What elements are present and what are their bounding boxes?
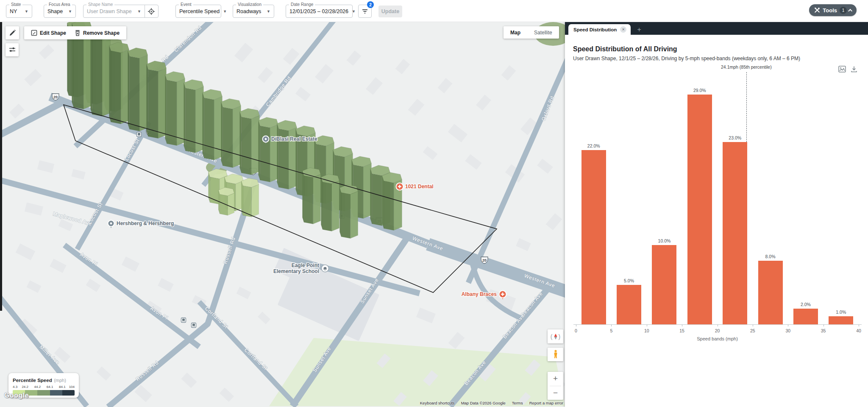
remove-shape-label: Remove Shape [83, 30, 120, 36]
poi-label: DiBlasi Real Estate [271, 136, 317, 142]
svg-text:20: 20 [482, 258, 487, 262]
percentile-line [746, 72, 747, 142]
bar-value-label: 5.0% [624, 278, 634, 283]
x-tick [647, 325, 647, 326]
x-tick-label: 40 [856, 328, 861, 333]
shape-toolbar: Edit Shape Remove Shape [24, 26, 126, 39]
speed-prism [221, 99, 241, 168]
legend-tick: 64.1 [47, 385, 53, 389]
compass-paren-right: ) [559, 333, 561, 340]
speed-prism [277, 120, 297, 190]
bar-value-label: 8.0% [765, 254, 776, 259]
x-tick-label: 5 [610, 328, 612, 333]
x-tick [611, 325, 612, 326]
chevron-down-icon: ▼ [65, 9, 72, 14]
field-shape-name[interactable]: Shape NameUser Drawn Shape▼ [83, 5, 159, 18]
attribution-item: Map Data ©2026 Google [461, 401, 506, 405]
bar-20–25 [723, 142, 747, 324]
chevron-up-icon [848, 8, 852, 13]
bar-value-label: 22.0% [587, 143, 600, 148]
edit-square-icon [31, 30, 37, 36]
chevron-down-icon: ▼ [134, 9, 141, 14]
attribution-item[interactable]: Keyboard shortcuts [420, 401, 455, 405]
draw-shape-button[interactable] [6, 26, 19, 39]
pegman-control[interactable] [548, 348, 563, 361]
poi-label: Eagle Point [292, 262, 319, 268]
compass-paren-left: ( [551, 333, 553, 340]
field-state[interactable]: StateNY▼ [6, 5, 32, 18]
field-event[interactable]: EventPercentile Speed▼ [175, 5, 221, 18]
legend-tick: 104 [69, 385, 75, 389]
zoom-out-button[interactable]: − [548, 386, 563, 400]
export-image-button[interactable] [838, 65, 846, 73]
map-container[interactable]: Clarendon RdClarendon RdCambridge RdOxfo… [0, 22, 565, 407]
poi-label: Elementary School [273, 268, 319, 274]
remove-shape-button[interactable]: Remove Shape [70, 30, 124, 36]
bar-10–15 [652, 245, 676, 324]
map-canvas[interactable]: Clarendon RdClarendon RdCambridge RdOxfo… [0, 22, 565, 407]
legend-swatch [37, 390, 50, 396]
legend-swatch [50, 390, 62, 396]
street-label: Clarendon Rd [173, 25, 203, 53]
legend-swatch [62, 390, 75, 396]
speed-prism [259, 117, 278, 182]
google-logo[interactable]: Google [4, 392, 29, 399]
legend-unit: (mph) [54, 378, 66, 383]
poi-label: 1021 Dental [405, 184, 434, 190]
legend-title: Percentile Speed [13, 378, 52, 383]
speed-distribution-chart: 24.1mph (85th percentile) Speed bands (m… [565, 22, 868, 407]
x-tick [576, 325, 576, 326]
tools-icon [814, 7, 820, 13]
field-label: Date Range [289, 2, 315, 7]
pencil-icon [9, 29, 16, 36]
image-icon [838, 66, 846, 72]
x-tick-label: 15 [679, 328, 684, 333]
tune-icon [9, 47, 16, 53]
locate-shape-button[interactable] [145, 8, 155, 15]
filter-count-badge: 2 [367, 1, 374, 8]
field-focus-area[interactable]: Focus AreaShape▼ [44, 5, 76, 18]
attribution-item[interactable]: Report a map error [529, 401, 563, 405]
field-visualization[interactable]: VisualizationRoadways▼ [233, 5, 274, 18]
x-tick [859, 325, 859, 326]
field-label: Shape Name [86, 2, 114, 7]
legend-tick: 84.1 [59, 385, 66, 389]
zoom-in-button[interactable]: + [548, 372, 563, 386]
bar-0–5 [581, 150, 606, 324]
filter-icon [362, 8, 368, 14]
street-label: Cambridge Rd [265, 75, 292, 108]
x-tick-label: 30 [785, 328, 790, 333]
attribution-item[interactable]: Terms [512, 401, 523, 405]
compass-needle-icon [554, 333, 558, 340]
x-tick [718, 325, 718, 326]
edit-shape-button[interactable]: Edit Shape [27, 30, 70, 36]
rotate-compass-control[interactable]: ( ) [548, 329, 563, 343]
x-tick [823, 325, 824, 326]
street-label: Russell Rd [135, 360, 160, 382]
bus-stop-icon [181, 318, 186, 323]
field-label: State [9, 2, 22, 7]
chevron-down-icon: ▼ [263, 9, 270, 14]
speed-prism [109, 42, 129, 124]
x-tick-label: 20 [715, 328, 720, 333]
analysis-panel: Speed Distribution Speed Distribution of… [565, 22, 868, 407]
tools-button[interactable]: Tools 1 [809, 4, 857, 16]
map-type-map[interactable]: Map [504, 26, 527, 39]
download-button[interactable] [850, 65, 858, 73]
percentile-label: 24.1mph (85th percentile) [721, 64, 772, 70]
map-type-satellite[interactable]: Satellite [527, 26, 559, 39]
map-type-control: Map Satellite [504, 26, 559, 39]
speed-prism [91, 29, 111, 117]
speed-prism [147, 61, 167, 139]
speed-prism [382, 173, 402, 231]
x-tick-label: 10 [644, 328, 649, 333]
bar-5–10 [617, 285, 641, 325]
chevron-down-icon: ▼ [348, 9, 356, 14]
bar-35–40 [829, 316, 853, 324]
field-date-range[interactable]: Date Range12/01/2025 – 02/28/2026▼ [286, 5, 353, 18]
street-label: Cortland St [243, 347, 269, 371]
field-value: Percentile Speed [179, 8, 220, 14]
download-icon [851, 66, 857, 72]
layer-settings-button[interactable] [6, 43, 19, 56]
update-button[interactable]: Update [378, 6, 402, 17]
